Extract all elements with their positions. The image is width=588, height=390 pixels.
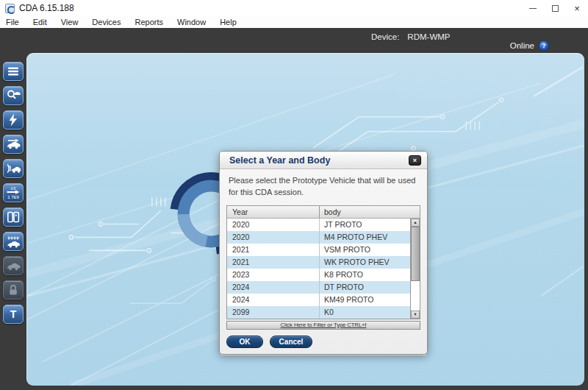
sidebar-item-vehicle-wireless[interactable]	[3, 159, 24, 178]
app-window: CDA 6.15.188 × File Edit View Devices Re…	[0, 0, 588, 390]
vehicle-wireless-icon	[6, 161, 21, 176]
app-header: Device: RDM-WMP Online ?	[0, 28, 588, 53]
svg-text:d 8: d 8	[11, 187, 16, 191]
device-label: Device:	[371, 32, 399, 41]
online-status: Online ?	[510, 40, 549, 51]
cell-year: 2020	[227, 219, 320, 231]
cancel-button[interactable]: Cancel	[270, 336, 312, 348]
menu-edit[interactable]: Edit	[33, 18, 47, 26]
cell-body: WK PROTO PHEV	[320, 256, 410, 269]
minimize-button[interactable]	[522, 0, 544, 16]
dialog-footer	[220, 355, 426, 364]
window-title: CDA 6.15.188	[19, 3, 74, 13]
menu-view[interactable]: View	[61, 18, 79, 26]
vehicle-data-transfer-icon	[6, 137, 21, 152]
can-message-icon: d 8 1 7E9	[5, 185, 21, 200]
select-year-body-dialog: Select a Year and Body × Please select t…	[219, 151, 428, 355]
lock-icon	[6, 283, 21, 297]
table-scrollbar[interactable]: ▲ ▼	[410, 219, 420, 319]
vehicle-table: Year body 2020 JT PROTO 2020 M4 PROTO PH…	[226, 205, 420, 319]
menu-devices[interactable]: Devices	[92, 18, 121, 26]
cell-body: M4 PROTO PHEV	[320, 231, 410, 244]
table-row[interactable]: 2020 JT PROTO	[227, 219, 410, 231]
table-row[interactable]: 2099 K0	[227, 306, 410, 319]
close-button[interactable]: ×	[566, 0, 588, 16]
can-id-label: 1 7E9	[7, 195, 19, 199]
sidebar-item-data-panels[interactable]	[3, 208, 24, 227]
cell-year: 2021	[227, 244, 320, 256]
cell-year: 2021	[227, 256, 320, 269]
menu-reports[interactable]: Reports	[135, 18, 163, 26]
table-row[interactable]: 2024 KM49 PROTO	[227, 294, 410, 306]
cell-year: 2024	[227, 294, 320, 306]
sidebar-item-menu[interactable]	[3, 62, 24, 81]
sidebar: d 8 1 7E9	[0, 53, 26, 390]
sidebar-item-vehicle-disabled	[3, 256, 24, 275]
cell-body: JT PROTO	[320, 219, 410, 231]
online-label: Online	[510, 41, 534, 50]
device-value: RDM-WMP	[407, 32, 450, 41]
scrollbar-thumb[interactable]	[411, 227, 420, 281]
dialog-title: Select a Year and Body	[229, 155, 330, 166]
dialog-message: Please select the Prototype Vehicle that…	[220, 169, 427, 202]
scroll-up-icon[interactable]: ▲	[411, 219, 420, 227]
maximize-icon	[552, 5, 559, 12]
menu-file[interactable]: File	[6, 18, 19, 26]
dialog-titlebar: Select a Year and Body ×	[220, 152, 427, 169]
device-status: Device: RDM-WMP	[371, 32, 450, 41]
close-icon: ×	[574, 4, 580, 13]
sidebar-item-can-message[interactable]: d 8 1 7E9	[3, 183, 24, 202]
sidebar-item-vehicle-data-transfer[interactable]	[3, 135, 24, 154]
table-body: 2020 JT PROTO 2020 M4 PROTO PHEV 2021 VS…	[227, 219, 410, 319]
cell-body: VSM PROTO	[320, 244, 410, 256]
dialog-buttons: OK Cancel	[226, 336, 427, 348]
help-icon[interactable]: ?	[539, 40, 549, 51]
cell-body: DT PROTO	[320, 281, 410, 294]
dialog-close-icon: ×	[413, 157, 417, 164]
flash-icon	[6, 113, 21, 127]
column-header-year[interactable]: Year	[227, 206, 320, 218]
window-controls: ×	[522, 0, 588, 16]
cell-body: KM49 PROTO	[320, 294, 410, 306]
column-header-body[interactable]: body	[320, 206, 420, 218]
menubar: File Edit View Devices Reports Window He…	[0, 16, 588, 28]
table-row[interactable]: 2020 M4 PROTO PHEV	[227, 231, 410, 244]
dialog-close-button[interactable]: ×	[409, 155, 421, 166]
app-icon	[5, 4, 15, 13]
vehicle-disabled-icon	[6, 258, 21, 273]
sidebar-item-vehicle-program[interactable]	[3, 232, 24, 251]
table-row[interactable]: 2021 VSM PROTO	[227, 244, 410, 256]
menu-icon	[6, 64, 21, 79]
cell-body: K0	[320, 306, 410, 319]
menu-help[interactable]: Help	[220, 18, 237, 26]
cell-year: 2099	[227, 306, 320, 319]
text-tool-label: T	[10, 308, 17, 320]
minimize-icon	[529, 8, 537, 9]
text-tool-icon: T	[6, 307, 21, 322]
sidebar-item-lock	[3, 280, 24, 299]
sidebar-item-flash[interactable]	[3, 110, 24, 130]
cell-year: 2020	[227, 231, 320, 244]
sidebar-item-text-tool[interactable]: T	[3, 305, 24, 324]
cell-body: K8 PROTO	[320, 269, 410, 281]
table-header: Year body	[227, 206, 420, 219]
sidebar-item-vehicle-search[interactable]	[3, 86, 24, 105]
cell-year: 2023	[227, 269, 320, 281]
table-row[interactable]: 2024 DT PROTO	[227, 281, 410, 294]
filter-bar[interactable]: Click Here to Filter or Type CTRL+f	[226, 321, 420, 330]
maximize-button[interactable]	[544, 0, 566, 16]
cell-year: 2024	[227, 281, 320, 294]
table-row[interactable]: 2021 WK PROTO PHEV	[227, 256, 410, 269]
table-row[interactable]: 2023 K8 PROTO	[227, 269, 410, 281]
vehicle-search-icon	[6, 88, 21, 103]
data-panels-icon	[6, 210, 21, 224]
ok-button[interactable]: OK	[226, 336, 263, 348]
titlebar: CDA 6.15.188 ×	[0, 0, 588, 16]
menu-window[interactable]: Window	[177, 18, 206, 26]
scroll-down-icon[interactable]: ▼	[411, 311, 420, 319]
vehicle-program-icon	[6, 234, 21, 249]
